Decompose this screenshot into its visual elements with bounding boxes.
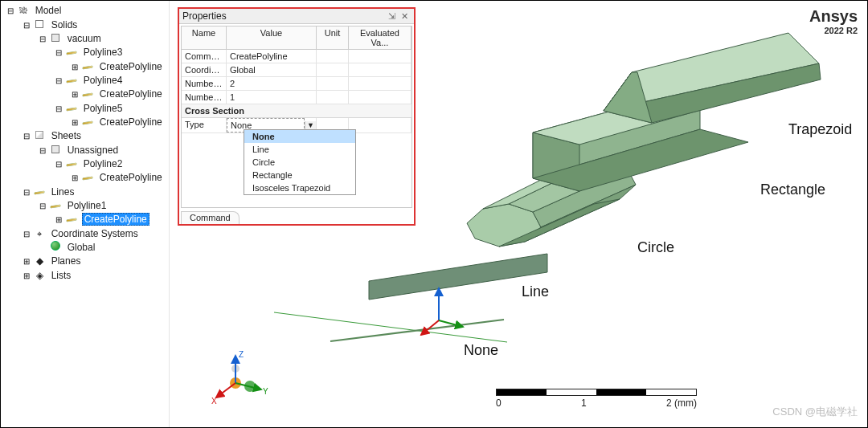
- node-label: Model: [34, 5, 63, 16]
- material-icon: [50, 144, 61, 157]
- orientation-triad[interactable]: Z X Y: [211, 351, 276, 407]
- polyline-icon: [66, 46, 77, 59]
- watermark: CSDN @电磁学社: [772, 405, 858, 419]
- hdr-name: Name: [182, 26, 227, 49]
- toggle-icon[interactable]: [22, 129, 31, 143]
- tree-createpolyline[interactable]: CreatePolyline: [67, 116, 167, 129]
- lists-icon: ◈: [34, 269, 45, 283]
- node-label: CreatePolyline: [98, 88, 164, 100]
- polyline-icon: [82, 171, 93, 185]
- label-line: Line: [522, 283, 549, 300]
- cell-eval: [349, 50, 411, 63]
- toggle-icon[interactable]: [54, 157, 63, 171]
- cell-value[interactable]: 2: [227, 77, 317, 90]
- polyline-icon: [66, 213, 77, 226]
- tree-createpolyline[interactable]: CreatePolyline: [67, 88, 167, 101]
- logo-version: 2022 R2: [809, 26, 858, 35]
- tree-planes[interactable]: ◆ Planes: [18, 255, 167, 268]
- tree-solids[interactable]: Solids vacuum Polyline3: [18, 18, 167, 129]
- toggle-icon[interactable]: [70, 60, 80, 74]
- toggle-icon[interactable]: [22, 227, 31, 241]
- tree-createpolyline[interactable]: CreatePolyline: [67, 59, 167, 73]
- toggle-icon[interactable]: [70, 116, 80, 129]
- dropdown-option[interactable]: Isosceles Trapezoid: [244, 181, 355, 194]
- panel-titlebar[interactable]: Properties ⇲ ✕: [179, 9, 414, 24]
- grid-row[interactable]: Number... 2: [182, 77, 411, 91]
- grid-row[interactable]: Command CreatePolyline: [182, 50, 411, 63]
- axis-z-label: Z: [239, 350, 244, 359]
- tree-unassigned[interactable]: Unassigned Polyline2: [35, 143, 167, 185]
- dropdown-option[interactable]: Line: [244, 143, 355, 156]
- grid-row[interactable]: Number... 1: [182, 91, 411, 104]
- model-icon: 🗱: [18, 4, 29, 18]
- properties-panel[interactable]: Properties ⇲ ✕ Name Value Unit Evaluated…: [178, 7, 416, 226]
- toggle-icon[interactable]: [54, 213, 63, 226]
- node-label: Solids: [50, 19, 80, 31]
- cell-eval: [349, 63, 411, 76]
- type-dropdown[interactable]: None Line Circle Rectangle Isosceles Tra…: [244, 129, 356, 195]
- chevron-down-icon[interactable]: ▼: [305, 121, 316, 129]
- tree-createpolyline-selected[interactable]: CreatePolyline: [51, 213, 167, 226]
- toggle-icon[interactable]: [70, 88, 80, 101]
- toggle-icon[interactable]: [22, 185, 31, 199]
- scale-1: 1: [581, 397, 587, 409]
- cell-value[interactable]: Global: [227, 63, 317, 76]
- tree-coordinate-systems[interactable]: ⌖ Coordinate Systems Global: [18, 226, 167, 255]
- node-label: vacuum: [66, 33, 103, 44]
- scale-2: 2 (mm): [666, 397, 697, 409]
- dropdown-option[interactable]: None: [244, 130, 355, 143]
- hdr-value: Value: [227, 26, 317, 49]
- tree-createpolyline[interactable]: CreatePolyline: [67, 171, 167, 185]
- tree-global[interactable]: Global: [35, 241, 167, 255]
- cell-name: Number...: [182, 91, 227, 104]
- tree-polyline3[interactable]: Polyline3 CreatePolyline: [51, 46, 167, 74]
- svg-line-24: [439, 320, 463, 327]
- tree-sheets[interactable]: Sheets Unassigned Polyline2: [18, 129, 167, 185]
- grid-header: Name Value Unit Evaluated Va...: [182, 26, 411, 50]
- toggle-icon[interactable]: [22, 18, 31, 32]
- tree-lines[interactable]: Lines Polyline1 CreatePolyline: [18, 185, 167, 226]
- tree-vacuum[interactable]: vacuum Polyline3: [35, 32, 167, 129]
- pin-icon[interactable]: ⇲: [385, 11, 398, 22]
- close-icon[interactable]: ✕: [398, 11, 411, 22]
- toggle-icon[interactable]: [54, 102, 63, 116]
- cell-value[interactable]: 1: [227, 91, 317, 104]
- toggle-icon[interactable]: [38, 199, 47, 213]
- toggle-icon[interactable]: [38, 32, 47, 46]
- dropdown-option[interactable]: Rectangle: [244, 169, 355, 181]
- node-label: Coordinate Systems: [50, 228, 140, 239]
- tree-polyline5[interactable]: Polyline5 CreatePolyline: [51, 101, 167, 129]
- toggle-icon[interactable]: [6, 4, 15, 18]
- dropdown-option[interactable]: Circle: [244, 156, 355, 169]
- svg-line-0: [274, 312, 507, 342]
- lines-icon: [34, 185, 45, 199]
- node-label: CreatePolyline: [82, 213, 149, 226]
- svg-line-29: [216, 383, 235, 397]
- grid-row[interactable]: Coordin... Global: [182, 63, 411, 77]
- toggle-icon[interactable]: [54, 74, 63, 88]
- toggle-icon[interactable]: [54, 46, 63, 59]
- sheets-icon: [34, 129, 45, 143]
- toggle-icon[interactable]: [38, 144, 47, 157]
- cell-unit: [317, 91, 349, 104]
- cell-value[interactable]: CreatePolyline: [227, 50, 317, 63]
- cell-eval: [349, 77, 411, 90]
- toggle-icon[interactable]: [22, 255, 31, 268]
- cell-name: Number...: [182, 77, 227, 90]
- polyline-icon: [82, 88, 93, 101]
- tree-polyline2[interactable]: Polyline2 CreatePolyline: [51, 157, 167, 185]
- panel-title: Properties: [182, 10, 385, 22]
- model-tree[interactable]: 🗱 Model Solids vacuum: [1, 1, 170, 427]
- tree-model[interactable]: 🗱 Model Solids vacuum: [2, 4, 167, 283]
- tree-polyline4[interactable]: Polyline4 CreatePolyline: [51, 74, 167, 102]
- node-label: Lines: [50, 186, 76, 198]
- tree-polyline1[interactable]: Polyline1 CreatePolyline: [35, 199, 167, 227]
- panel-tab-command[interactable]: Command: [181, 211, 240, 224]
- tree-lists[interactable]: ◈ Lists: [18, 268, 167, 282]
- toggle-icon[interactable]: [22, 269, 31, 283]
- scale-bar: 0 1 2 (mm): [496, 389, 697, 409]
- viewport-3d[interactable]: Z X Y None Line Circle Rectangle Trapezo…: [170, 1, 867, 427]
- toggle-icon[interactable]: [70, 171, 80, 185]
- cell-eval: [349, 91, 411, 104]
- grid-section: Cross Section: [182, 104, 411, 118]
